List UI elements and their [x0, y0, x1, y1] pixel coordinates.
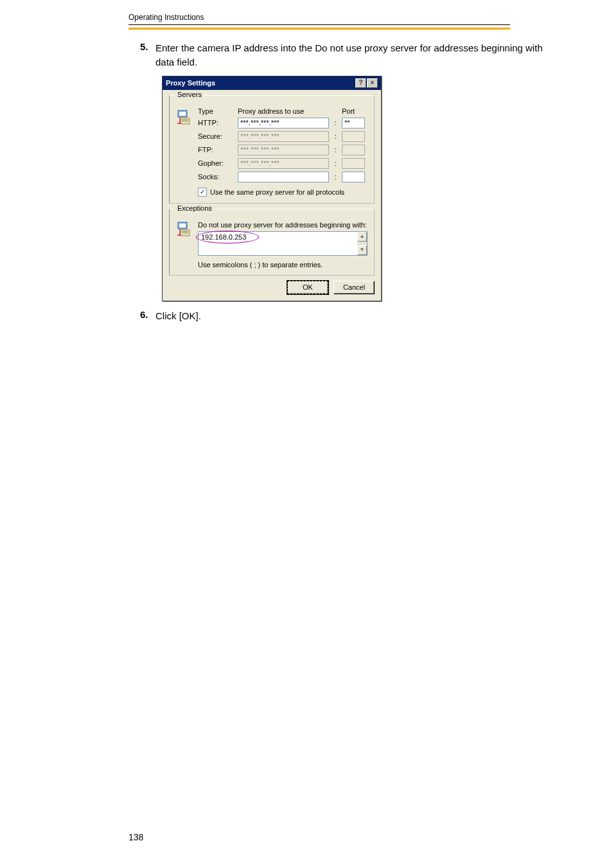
close-button[interactable]: × — [367, 78, 378, 88]
socks-port-input[interactable] — [342, 172, 365, 182]
use-same-proxy-label: Use the same proxy server for all protoc… — [210, 188, 344, 196]
scroll-up-icon[interactable]: ▲ — [357, 232, 367, 242]
ftp-address-input — [238, 145, 329, 155]
step-6: 6. Click [OK]. — [140, 309, 549, 323]
ftp-label: FTP: — [198, 146, 234, 154]
col-type: Type — [198, 107, 234, 115]
svg-rect-1 — [179, 112, 186, 116]
exceptions-scrollbar[interactable]: ▲ ▼ — [357, 232, 367, 255]
svg-rect-10 — [182, 231, 188, 232]
http-label: HTTP: — [198, 119, 234, 127]
cancel-button[interactable]: Cancel — [333, 281, 375, 294]
http-port-input[interactable] — [342, 118, 365, 128]
page-number: 138 — [129, 832, 143, 842]
ok-button[interactable]: OK — [287, 281, 328, 294]
exceptions-icon — [176, 221, 193, 238]
exceptions-label: Do not use proxy server for addresses be… — [198, 221, 368, 229]
exceptions-value: 192.168.0.253 — [201, 233, 246, 241]
step-5-text: Enter the camera IP address into the Do … — [155, 41, 549, 69]
gopher-port-input — [342, 158, 365, 169]
use-same-proxy-checkbox[interactable]: ✓ — [198, 188, 207, 197]
svg-rect-8 — [179, 224, 186, 227]
step-5: 5. Enter the camera IP address into the … — [140, 41, 549, 69]
gopher-address-input — [238, 158, 329, 169]
step-6-num: 6. — [140, 309, 155, 320]
col-address: Proxy address to use — [238, 107, 329, 115]
gopher-label: Gopher: — [198, 159, 234, 167]
exceptions-groupbox: Do not use proxy server for addresses be… — [169, 209, 375, 276]
servers-icon — [176, 109, 193, 126]
scroll-down-icon[interactable]: ▼ — [357, 245, 367, 255]
header-rule — [129, 24, 510, 30]
svg-rect-4 — [182, 121, 188, 121]
help-button[interactable]: ? — [355, 78, 366, 88]
dialog-title: Proxy Settings — [166, 79, 215, 87]
semicolon-note: Use semicolons ( ; ) to separate entries… — [198, 261, 368, 269]
svg-rect-3 — [182, 120, 188, 120]
colon: : — [333, 119, 338, 127]
servers-groupbox: Type Proxy address to use Port HTTP: : S… — [169, 95, 375, 204]
step-5-num: 5. — [140, 41, 155, 52]
http-address-input[interactable] — [238, 118, 329, 128]
socks-label: Socks: — [198, 173, 234, 181]
ftp-port-input — [342, 145, 365, 155]
secure-address-input — [238, 131, 329, 142]
socks-address-input[interactable] — [238, 172, 329, 182]
col-port: Port — [342, 107, 368, 115]
svg-rect-11 — [182, 233, 188, 233]
dialog-titlebar: Proxy Settings ? × — [163, 76, 381, 90]
secure-label: Secure: — [198, 132, 234, 140]
doc-header: Operating Instructions — [129, 13, 613, 22]
proxy-settings-dialog: Proxy Settings ? × — [162, 76, 382, 301]
step-6-text: Click [OK]. — [155, 309, 201, 323]
secure-port-input — [342, 131, 365, 142]
exceptions-textarea[interactable]: 192.168.0.253 ▲ ▼ — [198, 231, 368, 256]
